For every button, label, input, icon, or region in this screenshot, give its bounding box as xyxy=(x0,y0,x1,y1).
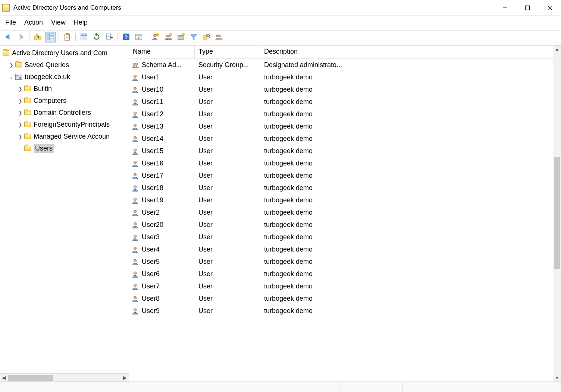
list-row[interactable]: User14 User turbogeek demo xyxy=(129,133,553,145)
scroll-thumb[interactable] xyxy=(8,375,53,381)
svg-point-36 xyxy=(182,33,184,35)
scroll-up-icon[interactable]: ▲ xyxy=(553,45,561,53)
scroll-thumb[interactable] xyxy=(554,157,560,269)
menu-view[interactable]: View xyxy=(51,19,66,26)
help-button[interactable]: ? xyxy=(121,32,131,42)
minimize-button[interactable] xyxy=(494,0,516,15)
find-button[interactable] xyxy=(201,32,211,42)
expand-caret-icon[interactable]: ❯ xyxy=(8,62,14,68)
filter-button[interactable] xyxy=(188,32,199,42)
list-row[interactable]: User16 User turbogeek demo xyxy=(129,157,553,170)
refresh-button[interactable] xyxy=(91,32,102,42)
svg-point-60 xyxy=(134,271,137,274)
list-cell-name: User5 xyxy=(142,258,160,266)
expand-caret-icon[interactable]: ❯ xyxy=(17,122,23,127)
new-user-button[interactable]: ✦ xyxy=(150,32,161,42)
main-area: Active Directory Users and Com❯ Saved Qu… xyxy=(0,45,561,382)
list-row[interactable]: User5 User turbogeek demo xyxy=(129,256,553,268)
list-row[interactable]: User1 User turbogeek demo xyxy=(129,71,553,83)
add-to-group-button[interactable] xyxy=(214,32,224,42)
back-button[interactable] xyxy=(3,32,13,42)
clipboard-button[interactable] xyxy=(62,32,72,42)
list-row[interactable]: User8 User turbogeek demo xyxy=(129,293,553,305)
tree-view[interactable]: Active Directory Users and Com❯ Saved Qu… xyxy=(0,45,129,373)
action-pane-button[interactable] xyxy=(134,32,144,42)
tree-item[interactable]: ❯ Saved Queries xyxy=(0,59,129,71)
list-row[interactable]: User13 User turbogeek demo xyxy=(129,120,553,133)
tree-item[interactable]: ⌄ tubogeek.co.uk xyxy=(0,71,129,83)
tree-root[interactable]: Active Directory Users and Com xyxy=(0,47,129,59)
list-row[interactable]: User2 User turbogeek demo xyxy=(129,206,553,219)
up-one-level-button[interactable] xyxy=(32,32,43,42)
show-hide-tree-icon xyxy=(46,33,54,42)
list-header[interactable]: Name Type Description xyxy=(129,45,553,59)
new-group-button[interactable] xyxy=(163,32,173,42)
scroll-left-icon[interactable]: ◀ xyxy=(0,375,7,380)
list-row[interactable]: User20 User turbogeek demo xyxy=(129,219,553,231)
list-row[interactable]: User9 User turbogeek demo xyxy=(129,305,553,317)
scroll-track[interactable] xyxy=(553,53,561,374)
show-hide-tree-button[interactable] xyxy=(45,32,56,42)
column-description[interactable]: Description xyxy=(260,45,357,59)
list-row[interactable]: User10 User turbogeek demo xyxy=(129,83,553,96)
new-user-icon: ✦ xyxy=(151,33,160,42)
list-row[interactable]: User6 User turbogeek demo xyxy=(129,268,553,280)
list-row[interactable]: User17 User turbogeek demo xyxy=(129,170,553,182)
svg-point-26 xyxy=(154,34,156,37)
scroll-right-icon[interactable]: ▶ xyxy=(121,375,129,380)
expand-caret-icon[interactable]: ❯ xyxy=(17,98,23,104)
column-name[interactable]: Name xyxy=(129,45,195,59)
list-row[interactable]: User4 User turbogeek demo xyxy=(129,243,553,256)
list-row[interactable]: User7 User turbogeek demo xyxy=(129,280,553,293)
list-pane: Name Type Description Schema Ad... Secur… xyxy=(129,45,561,382)
list-row[interactable]: Schema Ad... Security Group... Designate… xyxy=(129,59,553,71)
tree-label: Computers xyxy=(34,97,66,105)
list-cell-description: turbogeek demo xyxy=(260,73,553,81)
tree-item[interactable]: ❯ Builtin xyxy=(0,83,129,95)
group-icon xyxy=(131,61,140,69)
scroll-down-icon[interactable]: ▼ xyxy=(553,374,561,382)
list-row[interactable]: User12 User turbogeek demo xyxy=(129,108,553,120)
list-cell-name: User11 xyxy=(142,98,163,106)
tree-item[interactable]: Users xyxy=(0,142,129,154)
list-row[interactable]: User15 User turbogeek demo xyxy=(129,145,553,157)
list-cell-name: User20 xyxy=(142,221,163,229)
user-icon xyxy=(131,74,140,81)
tree-horizontal-scrollbar[interactable]: ◀ ▶ xyxy=(0,373,129,382)
list-row[interactable]: User11 User turbogeek demo xyxy=(129,96,553,108)
toolbar-separator xyxy=(147,33,147,41)
user-icon xyxy=(131,98,140,106)
list-cell-type: User xyxy=(195,172,260,180)
tree-item[interactable]: ❯ ForeignSecurityPrincipals xyxy=(0,118,129,130)
expand-caret-icon[interactable]: ❯ xyxy=(17,110,23,116)
user-icon xyxy=(131,123,140,130)
new-ou-button[interactable] xyxy=(176,32,186,42)
tree-item[interactable]: ❯ Domain Controllers xyxy=(0,107,129,118)
close-button[interactable] xyxy=(539,0,561,15)
tree-item[interactable]: ❯ Computers xyxy=(0,95,129,107)
properties-button[interactable] xyxy=(79,32,89,42)
list-cell-description: turbogeek demo xyxy=(260,123,553,130)
toolbar-separator xyxy=(117,33,118,41)
list-cell-description: turbogeek demo xyxy=(260,196,553,204)
svg-text:?: ? xyxy=(125,34,128,40)
list-row[interactable]: User19 User turbogeek demo xyxy=(129,194,553,206)
menu-help[interactable]: Help xyxy=(74,19,88,26)
list-row[interactable]: User18 User turbogeek demo xyxy=(129,182,553,194)
column-type[interactable]: Type xyxy=(195,45,260,59)
maximize-button[interactable] xyxy=(516,0,539,15)
tree-label: Saved Queries xyxy=(25,61,69,69)
list-cell-type: User xyxy=(195,209,260,216)
expand-caret-icon[interactable]: ❯ xyxy=(17,86,23,92)
expand-caret-icon[interactable]: ⌄ xyxy=(8,74,14,80)
export-list-button[interactable] xyxy=(104,32,115,42)
forward-button[interactable] xyxy=(16,32,26,42)
svg-point-63 xyxy=(134,308,137,311)
tree-item[interactable]: ❯ Managed Service Accoun xyxy=(0,130,129,142)
list-cell-name: User17 xyxy=(142,172,163,180)
list-vertical-scrollbar[interactable]: ▲ ▼ xyxy=(553,45,561,382)
menu-action[interactable]: Action xyxy=(24,19,43,26)
menu-file[interactable]: File xyxy=(5,19,16,26)
list-row[interactable]: User3 User turbogeek demo xyxy=(129,231,553,243)
expand-caret-icon[interactable]: ❯ xyxy=(17,134,23,139)
